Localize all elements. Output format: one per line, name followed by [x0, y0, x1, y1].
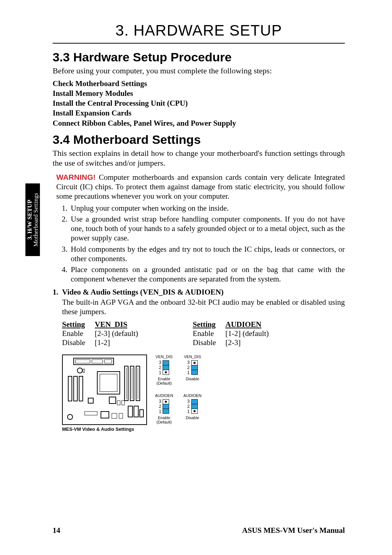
warning-box: WARNING! Computer motherboards and expan…	[53, 170, 345, 284]
heading-34: 3.4 Motherboard Settings	[53, 133, 345, 147]
diagram-caption: MES-VM Video & Audio Settings	[62, 426, 147, 432]
warning-paragraph: WARNING! Computer motherboards and expan…	[56, 173, 345, 201]
footer-title: ASUS MES-VM User's Manual	[242, 526, 345, 535]
sub1-title: Video & Audio Settings (VEN_DIS & AUDIOE…	[62, 288, 224, 296]
jumper-tables: SettingVEN_DIS Enable[2-3] (default) Dis…	[62, 320, 345, 347]
motherboard-diagram	[62, 355, 147, 425]
footer: 14 ASUS MES-VM User's Manual	[53, 526, 345, 535]
sub1-body: The built-in AGP VGA and the onboard 32-…	[62, 297, 345, 317]
jlabel: VEN_DIS	[155, 355, 173, 359]
table-audioen: SettingAUDIOEN Enable[1-2] (default) Dis…	[193, 320, 287, 347]
motherboard-diagram-wrap: MES-VM Video & Audio Settings	[62, 355, 147, 432]
th: Setting	[193, 320, 225, 329]
intro-33: Before using your computer, you must com…	[53, 66, 345, 76]
intro-34: This section explains in detail how to c…	[53, 148, 345, 168]
warning-text: Computer motherboards and expansion card…	[56, 173, 345, 201]
precaution: Use a grounded wrist strap before handli…	[69, 214, 345, 243]
step: Install Expansion Cards	[53, 108, 345, 118]
td: [2-3] (default)	[95, 329, 156, 338]
sub1-num: 1.	[53, 288, 62, 297]
step: Connect Ribbon Cables, Panel Wires, and …	[53, 118, 345, 128]
side-tab: 3. H/W SETUP Motherboard Settings	[25, 183, 40, 256]
pin-strip	[191, 399, 198, 414]
step: Install Memory Modules	[53, 89, 345, 98]
pin-strip	[191, 360, 198, 375]
warning-label: WARNING!	[56, 173, 96, 181]
precautions-list: Unplug your computer when working on the…	[56, 203, 345, 284]
page-number: 14	[53, 526, 60, 535]
step: Install the Central Processing Unit (CPU…	[53, 98, 345, 108]
precaution: Unplug your computer when working on the…	[69, 203, 345, 213]
td: [2-3]	[225, 338, 287, 347]
pin-strip	[163, 360, 169, 375]
precaution: Place components on a grounded antistati…	[69, 265, 345, 284]
td: Disable	[193, 338, 225, 347]
th: AUDIOEN	[225, 320, 287, 329]
precaution: Hold components by the edges and try not…	[69, 244, 345, 264]
jumper-vendis-disable: VEN_DIS 321 Disable	[183, 355, 201, 385]
sub1-heading: 1.Video & Audio Settings (VEN_DIS & AUDI…	[53, 288, 345, 297]
diagram-area: MES-VM Video & Audio Settings VEN_DIS 32…	[62, 355, 345, 432]
th: Setting	[62, 320, 95, 329]
jlabel: VEN_DIS	[183, 355, 201, 359]
jlabel: AUDIOEN	[183, 393, 201, 398]
heading-33: 3.3 Hardware Setup Procedure	[53, 50, 345, 64]
jumper-vendis-enable: VEN_DIS 321 Enable(Default)	[155, 355, 173, 385]
step: Check Motherboard Settings	[53, 79, 345, 89]
page: 3. H/W SETUP Motherboard Settings 3. HAR…	[0, 0, 392, 555]
side-tab-line2: Motherboard Settings	[32, 193, 39, 247]
td: Enable	[193, 329, 225, 338]
jlabel: AUDIOEN	[155, 393, 173, 398]
td: [1-2] (default)	[225, 329, 287, 338]
table-vendis: SettingVEN_DIS Enable[2-3] (default) Dis…	[62, 320, 156, 347]
td: [1-2]	[95, 338, 156, 347]
chapter-title: 3. HARDWARE SETUP	[53, 22, 345, 39]
jumper-diagrams: VEN_DIS 321 Enable(Default) VEN_DIS 321	[155, 355, 201, 424]
td: Enable	[62, 329, 95, 338]
jumper-audioen-disable: AUDIOEN 321 Disable	[183, 393, 201, 424]
pin-strip	[163, 399, 169, 414]
jumper-audioen-enable: AUDIOEN 321 Enable(Default)	[155, 393, 173, 424]
th: VEN_DIS	[95, 320, 156, 329]
td: Disable	[62, 338, 95, 347]
steps-list: Check Motherboard Settings Install Memor…	[53, 79, 345, 128]
rule	[53, 43, 345, 44]
